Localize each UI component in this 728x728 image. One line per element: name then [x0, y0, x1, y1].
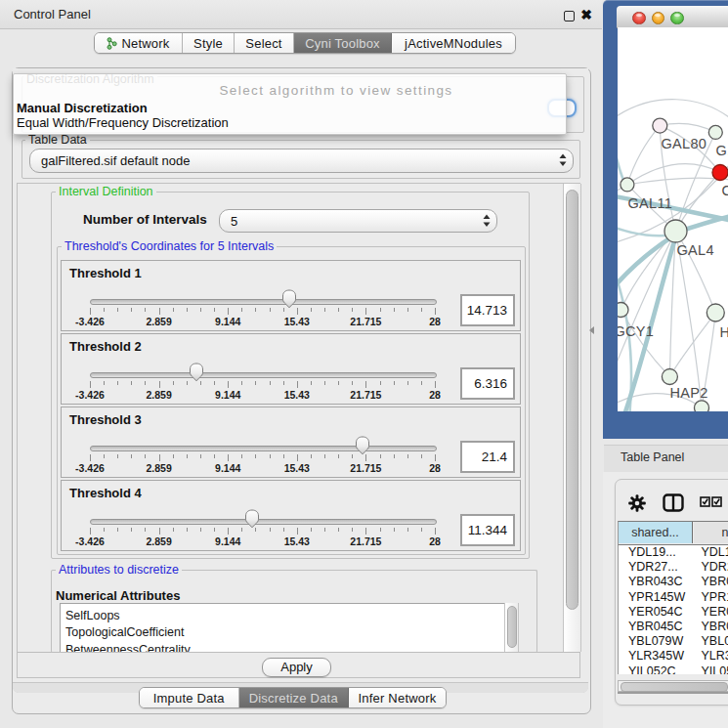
tab-style[interactable]: Style [183, 33, 235, 53]
checkbox-icon[interactable] [711, 496, 722, 507]
tab-cyni-toolbox[interactable]: Cyni Toolbox [294, 33, 392, 53]
threshold-3-slider-thumb[interactable] [355, 436, 370, 455]
cell-shared-name[interactable]: YBR045C [628, 620, 683, 634]
close-icon[interactable]: ✖ [578, 2, 594, 27]
network-node-gal80[interactable] [652, 118, 666, 133]
table-row-ybr043c[interactable]: YBR043CYBR043C [619, 575, 728, 589]
table-row-ypr145w[interactable]: YPR145WYPR145W [619, 590, 728, 605]
tab-select[interactable]: Select [235, 33, 294, 53]
cell-shared-name[interactable]: YER054C [628, 605, 683, 620]
minor-tick [270, 454, 271, 458]
cell-name[interactable]: YBR045C [702, 620, 728, 634]
threshold-3-value-field[interactable]: 21.4 [460, 441, 515, 473]
split-view-icon[interactable] [663, 493, 684, 512]
scale-label: 21.715 [350, 389, 381, 401]
node-table-rows[interactable]: YDL19...YDL19...YDR27...YDR27...YBR043CY… [618, 545, 728, 674]
cell-name[interactable]: YER054C [702, 605, 728, 620]
table-data-combobox[interactable]: galFiltered.sif default node [29, 149, 574, 173]
threshold-3-slider-track[interactable] [90, 446, 437, 451]
close-traffic-light-icon[interactable] [632, 12, 646, 25]
cell-shared-name[interactable]: YBL079W [628, 634, 683, 649]
minor-tick [324, 381, 325, 385]
major-tick [365, 454, 366, 461]
tab-jactivemnodules[interactable]: jActiveMNodules [392, 33, 515, 53]
column-header-shared-name[interactable]: shared... [619, 522, 693, 543]
table-horizontal-scrollbar[interactable] [618, 680, 728, 692]
network-canvas[interactable]: GAL80G...CGAL11GAL4HGCY1HAP2 [618, 27, 728, 411]
table-row-ydl19[interactable]: YDL19...YDL19... [619, 545, 728, 560]
minor-tick [407, 381, 408, 385]
tab-impute-data[interactable]: Impute Data [140, 688, 239, 707]
cell-name[interactable]: YBR043C [702, 575, 728, 589]
network-node-gcy1[interactable] [618, 303, 628, 318]
number-of-intervals-value: 5 [231, 210, 237, 232]
cell-name[interactable]: YBL079W [702, 634, 728, 649]
threshold-2-value-field[interactable]: 6.316 [460, 367, 515, 400]
network-node-gal11[interactable] [620, 178, 633, 192]
tab-network[interactable]: Network [95, 33, 183, 53]
cell-name[interactable]: YLR345W [702, 649, 728, 664]
minor-tick [311, 381, 312, 385]
network-node-g[interactable] [708, 125, 722, 139]
table-row-ylr345w[interactable]: YLR345WYLR345W [619, 649, 728, 664]
threshold-4-value-field[interactable]: 11.344 [460, 514, 515, 546]
threshold-1-slider-track[interactable] [90, 299, 437, 305]
numerical-attributes-list[interactable]: SelfLoopsTopologicalCoefficientBetweenne… [60, 603, 506, 653]
network-node-label: C [721, 183, 728, 198]
algorithm-option-equal-width-frequency-discretization[interactable]: Equal Width/Frequency Discretization [17, 115, 229, 131]
cell-shared-name[interactable]: YIL052C [628, 664, 676, 674]
attributes-list-scrollbar[interactable] [504, 603, 519, 652]
threshold-4-slider-track[interactable] [90, 519, 437, 525]
table-row-ybl079w[interactable]: YBL079WYBL079W [619, 634, 728, 649]
cell-shared-name[interactable]: YBR043C [628, 575, 683, 589]
number-of-intervals-combobox[interactable]: 5 [219, 209, 497, 233]
settings-scrollbar[interactable] [563, 184, 581, 652]
minor-tick [338, 528, 339, 532]
network-node-hap2[interactable] [662, 369, 677, 385]
minor-tick [421, 528, 422, 532]
scale-label: 21.715 [350, 535, 381, 547]
cell-shared-name[interactable]: YPR145W [628, 590, 685, 605]
major-tick [90, 381, 91, 388]
settings-scrollbar-thumb[interactable] [566, 190, 578, 610]
cell-name[interactable]: YDR27... [702, 560, 728, 575]
zoom-traffic-light-icon[interactable] [670, 12, 684, 25]
threshold-4-slider-thumb[interactable] [244, 509, 260, 529]
table-row-ydr27[interactable]: YDR27...YDR27... [619, 560, 728, 575]
attributes-scrollbar-thumb[interactable] [507, 606, 517, 648]
table-scrollbar-thumb[interactable] [621, 682, 728, 692]
tab-infer-network[interactable]: Infer Network [349, 688, 446, 707]
cell-name[interactable]: YPR145W [702, 590, 728, 605]
cell-shared-name[interactable]: YDR27... [628, 560, 678, 575]
major-tick [297, 308, 298, 315]
threshold-2-slider-thumb[interactable] [189, 363, 204, 382]
network-node-h[interactable] [707, 304, 724, 321]
apply-button[interactable]: Apply [262, 658, 331, 677]
threshold-1-value-field[interactable]: 14.713 [460, 294, 515, 326]
network-node[interactable] [694, 401, 708, 411]
attribute-item-topologicalcoefficient[interactable]: TopologicalCoefficient [65, 624, 495, 641]
column-header-name[interactable]: n... [694, 522, 728, 543]
cell-shared-name[interactable]: YLR345W [628, 649, 684, 664]
table-row-yil052c[interactable]: YIL052CYIL052C [619, 664, 728, 674]
tab-discretize-data[interactable]: Discretize Data [239, 688, 350, 707]
table-row-ybr045c[interactable]: YBR045CYBR045C [619, 620, 728, 634]
attribute-item-selfloops[interactable]: SelfLoops [65, 608, 495, 624]
network-node-gal4[interactable] [664, 220, 687, 242]
tab-jactivemnodules-label: jActiveMNodules [405, 36, 502, 51]
gear-icon[interactable] [628, 494, 646, 512]
minor-tick [117, 528, 118, 532]
splitter-collapse-icon[interactable] [589, 326, 594, 334]
checkbox-icon[interactable] [700, 496, 710, 507]
cell-name[interactable]: YIL052C [702, 664, 728, 674]
minor-tick [352, 528, 353, 532]
algorithm-option-manual-discretization[interactable]: Manual Discretization [17, 101, 148, 116]
minimize-traffic-light-icon[interactable] [652, 12, 665, 25]
network-node-c[interactable] [712, 165, 728, 181]
float-window-icon[interactable] [564, 11, 575, 21]
table-row-yer054c[interactable]: YER054CYER054C [619, 605, 728, 620]
cell-shared-name[interactable]: YDL19... [628, 545, 676, 560]
threshold-1-slider-thumb[interactable] [281, 289, 297, 309]
cell-name[interactable]: YDL19... [702, 545, 728, 560]
threshold-2-slider-track[interactable] [90, 372, 437, 378]
